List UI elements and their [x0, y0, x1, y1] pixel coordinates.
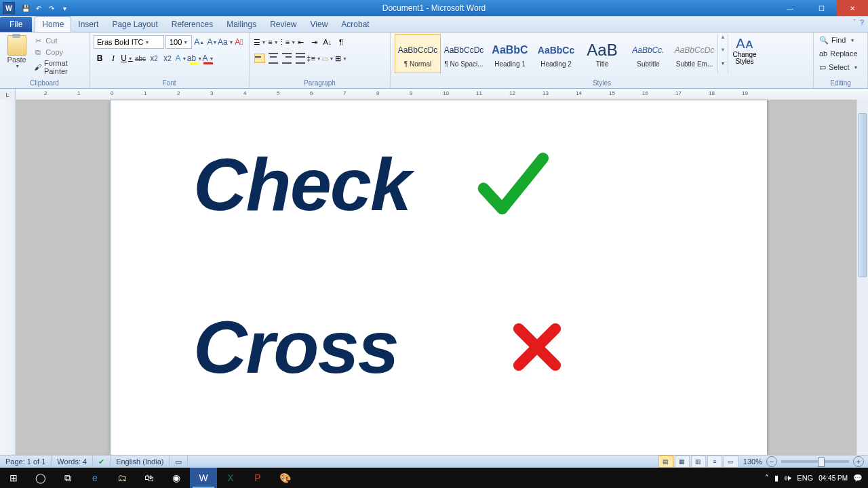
align-right-button[interactable] — [281, 52, 293, 64]
minimize-button[interactable]: — — [774, 0, 806, 16]
vertical-scrollbar[interactable] — [856, 100, 868, 476]
tab-acrobat[interactable]: Acrobat — [334, 17, 376, 32]
change-case-button[interactable]: Aa▼ — [220, 35, 232, 49]
find-button[interactable]: 🔍Find▼ — [818, 34, 863, 46]
styles-gallery[interactable]: AaBbCcDc¶ Normal AaBbCcDc¶ No Spaci... A… — [395, 34, 728, 73]
group-styles: AaBbCcDc¶ Normal AaBbCcDc¶ No Spaci... A… — [391, 33, 814, 88]
style-normal[interactable]: AaBbCcDc¶ Normal — [395, 34, 441, 73]
excel-icon[interactable]: X — [217, 468, 244, 488]
outline-view[interactable]: ≡ — [707, 455, 722, 468]
line-spacing-button[interactable]: ‡≡▼ — [308, 52, 320, 64]
close-button[interactable]: ✕ — [837, 0, 868, 16]
styles-gallery-scroll[interactable]: ▲▼▾ — [717, 34, 728, 73]
word-taskbar-icon[interactable]: W — [190, 468, 217, 488]
align-left-button[interactable] — [254, 52, 266, 64]
align-center-button[interactable] — [267, 52, 279, 64]
maximize-button[interactable]: ☐ — [806, 0, 837, 16]
draft-view[interactable]: ▭ — [724, 455, 738, 468]
font-name-combo[interactable]: Eras Bold ITC▼ — [94, 35, 164, 49]
tab-home[interactable]: Home — [35, 16, 71, 32]
start-button[interactable]: ⊞ — [0, 468, 27, 488]
copy-button[interactable]: ⧉Copy — [33, 47, 85, 57]
clear-formatting-button[interactable]: Aͯ — [233, 35, 245, 49]
strikethrough-button[interactable]: abc — [134, 52, 146, 65]
cortana-button[interactable]: ◯ — [27, 468, 54, 488]
grow-font-button[interactable]: A▲ — [193, 35, 205, 49]
highlight-button[interactable]: ab▼ — [189, 52, 201, 65]
action-center-icon[interactable]: 💬 — [853, 474, 863, 483]
battery-icon[interactable]: ▮ — [774, 474, 778, 483]
status-language[interactable]: English (India) — [111, 455, 170, 468]
increase-indent-button[interactable]: ⇥ — [308, 36, 320, 48]
show-marks-button[interactable]: ¶ — [335, 36, 347, 48]
style-heading1[interactable]: AaBbCHeading 1 — [487, 34, 533, 73]
status-proofing[interactable]: ✔ — [93, 455, 111, 468]
zoom-in-button[interactable]: + — [853, 456, 864, 467]
shading-button[interactable]: ▭▼ — [321, 52, 334, 64]
file-explorer-icon[interactable]: 🗂 — [108, 468, 136, 488]
status-page[interactable]: Page: 1 of 1 — [0, 455, 52, 468]
tab-file[interactable]: File — [0, 17, 32, 32]
full-screen-view[interactable]: ▦ — [675, 455, 690, 468]
tab-references[interactable]: References — [165, 17, 220, 32]
sort-button[interactable]: A↓ — [321, 36, 334, 48]
help-icon[interactable]: ? — [860, 18, 864, 26]
font-size-combo[interactable]: 100▼ — [165, 35, 192, 49]
status-words[interactable]: Words: 4 — [52, 455, 93, 468]
network-icon[interactable]: 🕪 — [784, 474, 791, 482]
print-layout-view[interactable]: ▤ — [658, 455, 673, 468]
document-page[interactable]: Check Cross — [110, 100, 768, 481]
zoom-slider[interactable] — [781, 460, 849, 463]
paste-button[interactable]: Paste ▼ — [4, 34, 29, 73]
tab-view[interactable]: View — [304, 17, 335, 32]
style-no-spacing[interactable]: AaBbCcDc¶ No Spaci... — [441, 34, 487, 73]
tray-chevron-icon[interactable]: ˄ — [765, 474, 769, 483]
chrome-icon[interactable]: ◉ — [163, 468, 190, 488]
ribbon-minimize-icon[interactable]: ˇ — [853, 18, 856, 26]
change-styles-button[interactable]: Aᴀ Change Styles — [728, 34, 761, 73]
replace-button[interactable]: abReplace — [818, 47, 863, 60]
bold-button[interactable]: B — [94, 52, 106, 65]
task-view-button[interactable]: ⧉ — [54, 468, 81, 488]
style-title[interactable]: AaBTitle — [579, 34, 625, 73]
tab-review[interactable]: Review — [263, 17, 303, 32]
cut-button[interactable]: ✂Cut — [33, 36, 85, 45]
vertical-ruler[interactable] — [0, 100, 16, 476]
tab-mailings[interactable]: Mailings — [220, 17, 263, 32]
subscript-button[interactable]: x2 — [148, 52, 160, 65]
decrease-indent-button[interactable]: ⇤ — [294, 36, 307, 48]
style-subtitle[interactable]: AaBbCc.Subtitle — [625, 34, 671, 73]
qat-customize-icon[interactable]: ▾ — [59, 3, 70, 14]
status-insert-mode[interactable]: ▭ — [170, 455, 188, 468]
tab-page-layout[interactable]: Page Layout — [105, 17, 164, 32]
superscript-button[interactable]: x2 — [161, 52, 174, 65]
font-color-button[interactable]: A▼ — [202, 52, 214, 65]
paint-icon[interactable]: 🎨 — [271, 468, 298, 488]
select-button[interactable]: ▭Select▼ — [818, 61, 863, 73]
shrink-font-button[interactable]: A▼ — [206, 35, 218, 49]
tray-clock[interactable]: 04:45 PM — [818, 474, 848, 482]
tab-insert[interactable]: Insert — [71, 17, 105, 32]
style-subtle-em[interactable]: AaBbCcDcSubtle Em... — [671, 34, 717, 73]
zoom-out-button[interactable]: − — [766, 456, 777, 467]
save-icon[interactable]: 💾 — [20, 3, 31, 14]
borders-button[interactable]: ⊞▼ — [335, 52, 347, 64]
justify-button[interactable] — [294, 52, 307, 64]
multilevel-list-button[interactable]: ⋮≡▼ — [281, 36, 293, 48]
underline-button[interactable]: U▼ — [121, 52, 133, 65]
zoom-level[interactable]: 130% — [739, 458, 766, 466]
store-icon[interactable]: 🛍 — [136, 468, 163, 488]
italic-button[interactable]: I — [107, 52, 119, 65]
format-painter-button[interactable]: 🖌Format Painter — [33, 59, 85, 75]
edge-icon[interactable]: e — [81, 468, 108, 488]
tray-lang[interactable]: ENG — [797, 474, 813, 482]
undo-icon[interactable]: ↶ — [33, 3, 44, 14]
powerpoint-icon[interactable]: P — [244, 468, 271, 488]
text-effects-button[interactable]: A▼ — [175, 52, 187, 65]
web-layout-view[interactable]: ▥ — [691, 455, 706, 468]
scroll-thumb[interactable] — [859, 113, 867, 277]
style-heading2[interactable]: AaBbCcHeading 2 — [533, 34, 579, 73]
zoom-slider-thumb[interactable] — [818, 458, 825, 467]
bullets-button[interactable]: ☰▼ — [254, 36, 266, 48]
redo-icon[interactable]: ↷ — [46, 3, 57, 14]
